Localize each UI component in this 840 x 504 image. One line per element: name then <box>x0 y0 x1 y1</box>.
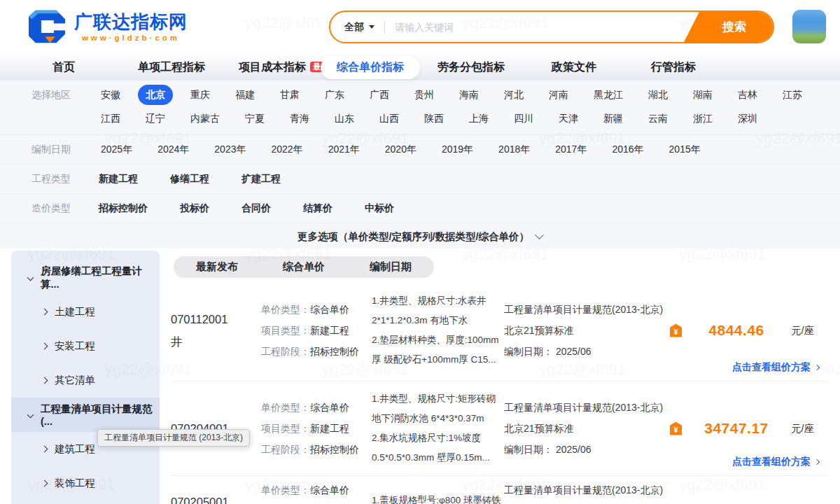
region-chip[interactable]: 上海 <box>461 108 496 129</box>
view-pricing-plan-link[interactable]: 点击查看组价方案 <box>732 361 819 374</box>
tab-latest[interactable]: 最新发布 <box>174 260 260 274</box>
filter-label-project-type: 工程类型 <box>31 169 93 189</box>
item-price-block: ¥ 4844.46 元/座 <box>670 322 829 339</box>
region-chip[interactable]: 内蒙古 <box>183 108 227 129</box>
nav-item-composite-price-index[interactable]: 综合单价指标 <box>321 56 420 79</box>
filter-label-region: 选择地区 <box>31 85 93 105</box>
region-chip[interactable]: 广西 <box>362 85 397 105</box>
region-chip[interactable]: 天津 <box>551 108 586 129</box>
filter-row-date: 编制日期 2025年2024年2023年2022年2021年2020年2019年… <box>0 135 840 164</box>
item-attributes: 单价类型：综合单价 <box>261 484 349 497</box>
avatar[interactable] <box>792 10 826 43</box>
price-tag-icon: ¥ <box>670 422 682 435</box>
sidebar-item-installation-works[interactable]: 安装工程 <box>11 329 160 363</box>
region-chip[interactable]: 福建 <box>227 85 262 105</box>
project-type-chip[interactable]: 扩建工程 <box>236 169 286 189</box>
region-chip[interactable]: 浙江 <box>685 108 720 129</box>
item-unit: 元/座 <box>791 324 814 337</box>
region-chip[interactable]: 陕西 <box>416 108 451 129</box>
cost-type-chip[interactable]: 合同价 <box>236 198 276 218</box>
region-chip[interactable]: 山东 <box>327 108 362 129</box>
date-chip[interactable]: 2024年 <box>150 139 197 160</box>
main-nav: 首页 单项工程指标 项目成本指标 最新 综合单价指标 劳务分包指标 政策文件 行… <box>0 55 840 80</box>
region-chip[interactable]: 安徽 <box>93 85 128 105</box>
region-chip[interactable]: 江西 <box>93 108 128 129</box>
region-chip[interactable]: 吉林 <box>730 85 765 105</box>
project-type-chip[interactable]: 新建工程 <box>93 169 144 189</box>
chevron-down-icon <box>27 274 34 281</box>
date-chip[interactable]: 2020年 <box>377 139 424 160</box>
item-standard: 工程量清单项目计量规范(2013-北京) 北京21预算标准 编制日期： 2025… <box>504 299 670 362</box>
region-chip[interactable]: 江苏 <box>775 85 810 105</box>
region-chip[interactable]: 山西 <box>372 108 407 129</box>
filter-label-date: 编制日期 <box>31 139 93 160</box>
search-button[interactable]: 搜索 <box>683 10 774 43</box>
nav-item-home[interactable]: 首页 <box>52 55 75 80</box>
result-row: 070204001 单价类型：综合单价 项目类型：新建工程 工程阶段：招标控制价… <box>171 382 829 476</box>
filter-row-region: 选择地区 安徽北京重庆福建甘肃广东广西贵州海南河北河南黑龙江湖北湖南吉林江苏 江… <box>0 80 840 135</box>
project-type-chip[interactable]: 修缮工程 <box>164 169 215 189</box>
item-price-block: ¥ 34747.17 元/座 <box>670 420 829 437</box>
chevron-down-icon <box>535 230 544 239</box>
region-chip[interactable]: 河北 <box>496 85 531 105</box>
cost-type-chip[interactable]: 投标价 <box>174 198 215 218</box>
date-chip[interactable]: 2025年 <box>93 139 140 160</box>
region-chip[interactable]: 海南 <box>451 85 486 105</box>
search-bar: 全部 搜索 <box>329 10 774 43</box>
chevron-right-icon <box>41 309 48 316</box>
nav-item-project-cost-index[interactable]: 项目成本指标 最新 <box>239 55 331 80</box>
view-pricing-plan-link[interactable]: 点击查看组价方案 <box>732 456 819 468</box>
more-options-toggle[interactable]: 更多选项（单价类型/定额序列/数据类型/综合单价） <box>0 223 840 250</box>
date-chip[interactable]: 2019年 <box>434 139 481 160</box>
region-chip[interactable]: 新疆 <box>596 108 631 129</box>
date-chip[interactable]: 2015年 <box>662 139 708 160</box>
tab-compile-date[interactable]: 编制日期 <box>347 260 434 274</box>
item-description: 1.井类型、规格尺寸:水表井 2*1*1.2*0.3m 有地下水 2.垫层材料种… <box>372 291 504 370</box>
region-chip[interactable]: 贵州 <box>407 85 442 105</box>
search-category-dropdown[interactable]: 全部 <box>330 21 384 34</box>
region-chip[interactable]: 云南 <box>640 108 676 129</box>
gld-logo-icon <box>27 8 67 45</box>
date-chip[interactable]: 2023年 <box>206 139 253 160</box>
sidebar-item-other-list[interactable]: 其它清单 <box>11 363 160 398</box>
category-sidebar: 房屋修缮工程工程量计算... 土建工程 安装工程 其它清单 工程量清单项目计量规… <box>11 251 160 504</box>
region-chip[interactable]: 北京 <box>138 85 173 105</box>
region-chip[interactable]: 重庆 <box>183 85 218 105</box>
region-chip[interactable]: 宁夏 <box>237 108 272 129</box>
cost-type-chip[interactable]: 招标控制价 <box>93 198 153 218</box>
region-chip[interactable]: 辽宁 <box>138 108 173 129</box>
date-chip[interactable]: 2017年 <box>547 139 594 160</box>
region-chip[interactable]: 深圳 <box>730 108 765 129</box>
search-input[interactable] <box>385 22 683 33</box>
filter-label-cost-type: 造价类型 <box>31 198 93 218</box>
region-chip[interactable]: 青海 <box>282 108 317 129</box>
item-description: 1.井类型、规格尺寸:矩形砖砌 地下消防水池 6*4*3*0.37m 2.集水坑… <box>372 389 504 468</box>
filter-row-project-type: 工程类型 新建工程修缮工程扩建工程 <box>0 164 840 194</box>
date-chip[interactable]: 2022年 <box>263 139 310 160</box>
sidebar-item-repair-calc-spec[interactable]: 房屋修缮工程工程量计算... <box>11 260 160 295</box>
region-chip[interactable]: 河南 <box>541 85 576 105</box>
cost-type-chip[interactable]: 中标价 <box>359 198 400 218</box>
tab-composite-price[interactable]: 综合单价 <box>260 260 347 274</box>
region-chip[interactable]: 甘肃 <box>272 85 307 105</box>
sidebar-item-measurement-spec[interactable]: 工程量清单项目计量规范(... <box>11 398 160 432</box>
region-chip[interactable]: 湖南 <box>685 85 720 105</box>
caret-down-icon <box>369 25 374 29</box>
date-chip[interactable]: 2016年 <box>604 139 651 160</box>
nav-item-administration-index[interactable]: 行管指标 <box>651 55 696 80</box>
sidebar-item-decoration-works[interactable]: 装饰工程 <box>11 466 160 500</box>
nav-item-single-project-index[interactable]: 单项工程指标 <box>138 55 205 80</box>
region-chip[interactable]: 四川 <box>506 108 541 129</box>
region-chip[interactable]: 湖北 <box>640 85 676 105</box>
sidebar-item-civil-works[interactable]: 土建工程 <box>11 295 160 329</box>
date-chip[interactable]: 2018年 <box>491 139 538 160</box>
result-row: 070112001 井 单价类型：综合单价 项目类型：新建工程 工程阶段：招标控… <box>171 280 829 382</box>
logo[interactable]: 广联达指标网 www·gldzb·com <box>27 8 188 45</box>
nav-item-labor-subcontract-index[interactable]: 劳务分包指标 <box>438 55 505 80</box>
nav-item-policy-documents[interactable]: 政策文件 <box>552 55 596 80</box>
region-chip[interactable]: 黑龙江 <box>586 85 631 105</box>
date-chip[interactable]: 2021年 <box>321 139 368 160</box>
cost-type-chip[interactable]: 结算价 <box>298 198 338 218</box>
region-chip[interactable]: 广东 <box>317 85 352 105</box>
site-title: 广联达指标网 <box>74 11 188 32</box>
